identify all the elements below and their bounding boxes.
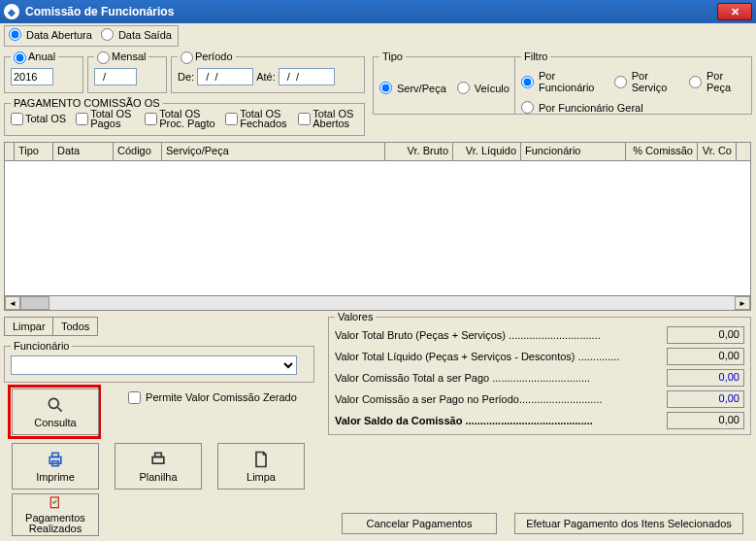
legend-funcionario: Funcionário xyxy=(11,340,72,352)
input-anual[interactable] xyxy=(11,68,53,85)
val-com-total: 0,00 xyxy=(667,369,744,387)
chk-permite-zerado[interactable] xyxy=(128,391,141,404)
document-icon xyxy=(251,450,271,469)
radio-por-peca[interactable] xyxy=(689,76,702,88)
label-veiculo: Veículo xyxy=(475,83,509,94)
lbl-total-os-abert: Total OS Abertos xyxy=(312,109,357,128)
efetuar-pagamento-button[interactable]: Efetuar Pagamento dos Itens Selecionados xyxy=(514,513,743,534)
lbl-total-os: Total OS xyxy=(25,113,66,124)
funcionario-select[interactable] xyxy=(11,355,297,375)
lbl-permite-zerado: Permite Valor Comissão Zerado xyxy=(146,391,297,403)
radio-anual[interactable] xyxy=(14,51,26,64)
col-tipo[interactable]: Tipo xyxy=(15,143,53,160)
label-periodo: Período xyxy=(195,51,233,62)
col-vr-liquido[interactable]: Vr. Líquido xyxy=(453,143,521,160)
chk-total-os-fech[interactable] xyxy=(225,113,238,125)
label-por-peca: Por Peça xyxy=(707,70,745,93)
planilha-label: Planilha xyxy=(139,471,177,483)
radio-por-func-geral[interactable] xyxy=(521,101,534,114)
col-vr-bruto[interactable]: Vr. Bruto xyxy=(385,143,453,160)
col-funcionario[interactable]: Funcionário xyxy=(521,143,626,160)
label-serv-peca: Serv/Peça xyxy=(397,83,446,94)
col-vr-co[interactable]: Vr. Co xyxy=(698,143,737,160)
lbl-val-liquido: Valor Total Líquido (Peças + Serviços - … xyxy=(335,351,667,362)
col-pct-com[interactable]: % Comissão xyxy=(626,143,698,160)
input-mensal[interactable] xyxy=(94,68,137,85)
todos-button[interactable]: Todos xyxy=(52,317,98,336)
label-por-func-geral: Por Funcionário Geral xyxy=(539,102,643,114)
limpa-button[interactable]: Limpa xyxy=(217,443,305,490)
document-check-icon xyxy=(48,495,63,511)
label-por-func: Por Funcionário xyxy=(539,70,606,93)
col-codigo[interactable]: Código xyxy=(114,143,162,160)
radio-por-serv[interactable] xyxy=(614,76,627,88)
val-liquido: 0,00 xyxy=(667,348,744,365)
table-header: Tipo Data Código Serviço/Peça Vr. Bruto … xyxy=(4,142,751,161)
chk-total-os-abert[interactable] xyxy=(298,113,311,125)
col-data[interactable]: Data xyxy=(53,143,114,160)
lbl-val-com-periodo: Valor Comissão a ser Pago no Período....… xyxy=(335,393,667,405)
app-icon: ◆ xyxy=(4,4,19,19)
lbl-val-com-total: Valor Comissão Total a ser Pago ........… xyxy=(335,372,667,384)
limpar-button[interactable]: Limpar xyxy=(4,317,54,336)
svg-point-0 xyxy=(49,398,58,408)
legend-filtro: Filtro xyxy=(521,51,550,62)
chk-total-os-pagos[interactable] xyxy=(76,113,88,125)
printer-icon xyxy=(46,450,65,469)
col-serv-peca[interactable]: Serviço/Peça xyxy=(162,143,385,160)
radio-por-func[interactable] xyxy=(521,76,534,88)
radio-serv-peca[interactable] xyxy=(379,82,392,94)
pag-realizados-label: Pagamentos Realizados xyxy=(13,513,98,534)
scroll-thumb[interactable] xyxy=(20,296,49,310)
label-por-serv: Por Serviço xyxy=(632,70,680,93)
planilha-button[interactable]: Planilha xyxy=(115,443,202,490)
lbl-val-bruto: Valor Total Bruto (Peças + Serviços) ...… xyxy=(335,329,667,341)
label-mensal: Mensal xyxy=(112,51,146,62)
lbl-total-os-fech: Total OS Fechados xyxy=(240,109,288,128)
search-icon xyxy=(46,395,65,415)
lbl-val-saldo: Valor Saldo da Comissão ................… xyxy=(335,415,667,426)
limpa-label: Limpa xyxy=(247,471,276,483)
svg-line-1 xyxy=(58,408,62,412)
svg-rect-6 xyxy=(155,453,162,456)
label-data-abertura: Data Abertura xyxy=(26,29,92,41)
lbl-total-os-pagos: Total OS Pagos xyxy=(90,109,135,128)
legend-valores: Valores xyxy=(335,311,376,322)
close-button[interactable]: ✕ xyxy=(717,3,752,20)
label-de: De: xyxy=(178,71,194,83)
legend-pag-os: PAGAMENTO COMISSÃO OS xyxy=(11,97,163,109)
lbl-total-os-proc: Total OS Proc. Pagto xyxy=(159,109,215,128)
svg-rect-5 xyxy=(152,457,164,464)
radio-data-abertura[interactable] xyxy=(9,28,21,41)
radio-data-saida[interactable] xyxy=(101,28,114,41)
consulta-button[interactable]: Consulta xyxy=(12,389,99,435)
cancelar-pagamentos-button[interactable]: Cancelar Pagamentos xyxy=(342,513,497,534)
table-body[interactable] xyxy=(4,161,751,295)
val-com-periodo: 0,00 xyxy=(667,390,744,408)
printer2-icon xyxy=(148,450,168,469)
chk-total-os-proc[interactable] xyxy=(145,113,157,125)
legend-tipo: Tipo xyxy=(379,51,406,62)
scroll-left-icon[interactable]: ◄ xyxy=(5,296,20,310)
imprime-label: Imprime xyxy=(36,471,75,483)
label-data-saida: Data Saída xyxy=(118,29,172,41)
consulta-label: Consulta xyxy=(34,417,76,428)
input-de[interactable] xyxy=(197,68,253,85)
radio-veiculo[interactable] xyxy=(457,82,470,94)
imprime-button[interactable]: Imprime xyxy=(12,443,99,490)
pagamentos-realizados-button[interactable]: Pagamentos Realizados xyxy=(12,493,99,536)
chk-total-os[interactable] xyxy=(11,113,23,125)
val-bruto: 0,00 xyxy=(667,326,744,344)
svg-rect-3 xyxy=(52,453,59,456)
label-ate: Até: xyxy=(256,71,276,83)
radio-mensal[interactable] xyxy=(97,51,110,64)
val-saldo: 0,00 xyxy=(667,412,744,429)
horizontal-scrollbar[interactable]: ◄ ► xyxy=(4,295,751,311)
scroll-right-icon[interactable]: ► xyxy=(735,296,750,310)
window-title: Comissão de Funcionários xyxy=(25,5,717,18)
input-ate[interactable] xyxy=(279,68,335,85)
radio-periodo[interactable] xyxy=(181,51,193,64)
label-anual: Anual xyxy=(28,51,55,62)
